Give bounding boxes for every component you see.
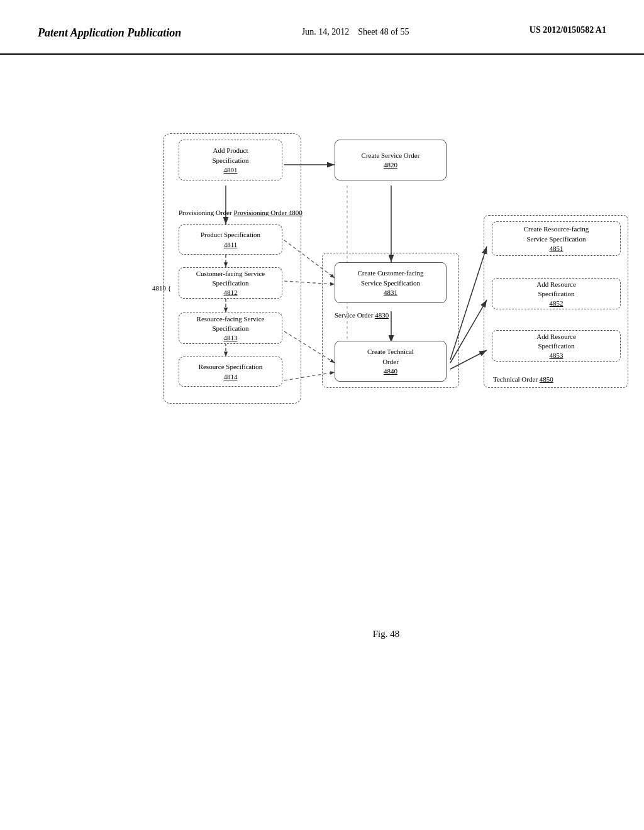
box-4852-id: 4852 [550,299,564,307]
box-4851: Create Resource-facingService Specificat… [492,221,621,256]
box-4851-id: 4851 [550,244,564,253]
box-4813: Resource-facing ServiceSpecification 481… [179,313,282,344]
header-meta: Jun. 14, 2012 Sheet 48 of 55 [302,25,409,39]
box-4831-label: Create Customer-facingService Specificat… [357,268,423,288]
box-4853-id: 4853 [550,351,564,360]
box-4811-label: Product Specification [201,230,260,240]
box-4840-id: 4840 [384,367,397,375]
box-4813-label: Resource-facing ServiceSpecification [197,314,265,334]
header-patent-number: US 2012/0150582 A1 [530,25,606,35]
sheet-info: Sheet 48 of 55 [358,27,409,36]
box-4814: Resource Specification 4814 [179,357,282,387]
box-4812-id: 4812 [224,288,238,297]
bracket-4810: 4810 { [152,284,171,292]
box-4801-id: 4801 [224,165,238,174]
box-4852: Add ResourceSpecification 4852 [492,278,621,309]
box-4852-label: Add ResourceSpecification [536,280,576,299]
box-4840-label: Create TechnicalOrder [367,347,414,367]
fig-label: Fig. 48 [373,629,400,639]
box-4853-label: Add ResourceSpecification [536,332,576,351]
header-title: Patent Application Publication [38,25,181,41]
box-4801-label: Add ProductSpecification [212,146,248,165]
box-4801: Add ProductSpecification 4801 [179,140,282,180]
box-4831: Create Customer-facingService Specificat… [335,262,447,303]
technical-order-label: Technical Order 4850 [493,375,553,383]
box-4851-label: Create Resource-facingService Specificat… [524,224,589,244]
header: Patent Application Publication Jun. 14, … [0,0,644,55]
page: Patent Application Publication Jun. 14, … [0,0,644,830]
box-4814-label: Resource Specification [199,362,263,372]
box-4812-label: Customer-facing ServiceSpecification [196,269,265,289]
box-4840: Create TechnicalOrder 4840 [335,341,447,382]
diagram-area: Provisioning Order Provisioning Order 48… [128,92,644,608]
fig-48-label: Fig. 48 [373,629,400,639]
box-4811-id: 4811 [224,240,238,249]
patent-number: US 2012/0150582 A1 [530,25,606,35]
box-4820-id: 4820 [384,160,397,169]
box-4831-id: 4831 [384,288,397,297]
provisioning-order-label: Provisioning Order Provisioning Order 48… [179,209,303,216]
publication-title: Patent Application Publication [38,26,181,39]
box-4853: Add ResourceSpecification 4853 [492,330,621,362]
box-4814-id: 4814 [224,372,238,381]
box-4820-label: Create Service Order [362,151,420,160]
box-4812: Customer-facing ServiceSpecification 481… [179,267,282,299]
box-4811: Product Specification 4811 [179,224,282,255]
pub-date: Jun. 14, 2012 [302,27,349,36]
box-4820: Create Service Order 4820 [335,140,447,180]
service-order-label: Service Order 4830 [335,311,389,319]
box-4813-id: 4813 [224,333,238,342]
